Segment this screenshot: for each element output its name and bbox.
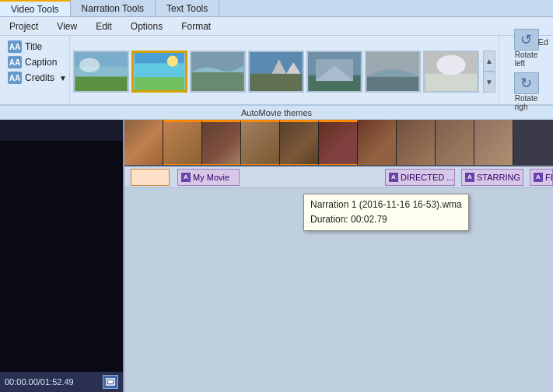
menu-view-label: View — [57, 21, 77, 32]
credits-dropdown-icon: ▼ — [59, 74, 67, 82]
my-movie-clip-label: My Movie — [193, 173, 229, 182]
film-frame-4 — [241, 120, 280, 166]
caption-label: Caption — [25, 57, 57, 68]
ribbon: AA Title AA Caption AA Credits ▼ — [0, 36, 553, 106]
svg-rect-21 — [108, 380, 113, 383]
automovie-bar: AutoMovie themes — [0, 106, 553, 120]
tab-narration-tools[interactable]: Narration Tools — [71, 0, 156, 16]
title-icon: AA — [8, 40, 22, 53]
rotate-right-label: Rotaterigh — [515, 94, 537, 111]
film-frame-10 — [474, 120, 513, 166]
scroll-down-icon: ▼ — [485, 78, 493, 86]
theme-thumbnail-7[interactable] — [423, 51, 479, 93]
timeline-area: A My Movie A DIRECTED ... A STARRING A F… — [124, 120, 553, 392]
title-button[interactable]: AA Title — [5, 39, 65, 54]
starring-clip-icon: A — [465, 173, 474, 182]
menu-project[interactable]: Project — [0, 19, 47, 34]
rotate-left-label: Rotateleft — [515, 51, 537, 68]
preview-video — [0, 141, 123, 373]
filmstrip-row — [124, 120, 553, 166]
scroll-up-button[interactable]: ▲ — [483, 51, 495, 72]
menu-view[interactable]: View — [47, 19, 86, 34]
film-frame-1 — [124, 120, 163, 166]
my-movie-clip[interactable]: A My Movie — [177, 169, 240, 186]
tab-text-tools-label: Text Tools — [166, 3, 208, 14]
svg-rect-18 — [425, 74, 478, 91]
film-frame-3 — [202, 120, 241, 166]
tab-text-tools[interactable]: Text Tools — [156, 0, 219, 16]
film-frame-5 — [280, 120, 319, 166]
tooltip-duration-label: Duration: — [310, 214, 348, 225]
svg-point-19 — [436, 55, 465, 75]
tab-video-tools-label: Video Tools — [11, 4, 59, 15]
time-display: 00:00.00/01:52.49 — [5, 377, 74, 387]
svg-rect-5 — [135, 75, 184, 90]
menu-edit[interactable]: Edit — [86, 19, 121, 34]
starring-clip-label: STARRING — [477, 173, 520, 182]
narration-tooltip: Narration 1 (2016-11-16 16-53).wma Durat… — [303, 194, 469, 231]
svg-rect-11 — [250, 74, 303, 91]
thumbnails-area: ▲ ▼ — [70, 36, 499, 104]
credits-icon: AA — [8, 72, 22, 84]
directed-clip[interactable]: A DIRECTED ... — [385, 169, 455, 186]
main-area: 00:00.00/01:52.49 — [0, 120, 553, 392]
theme-thumbnail-3[interactable] — [190, 51, 246, 93]
thumbnails-row: ▲ ▼ — [73, 39, 495, 104]
theme-thumbnail-4[interactable] — [248, 51, 304, 93]
menu-format[interactable]: Format — [172, 19, 220, 34]
theme-thumbnail-6[interactable] — [365, 51, 421, 93]
menu-edit-label: Edit — [96, 21, 112, 32]
theme-thumbnail-2[interactable] — [131, 51, 187, 93]
menu-options-label: Options — [131, 21, 163, 32]
svg-rect-6 — [135, 63, 184, 77]
scroll-up-icon: ▲ — [485, 57, 493, 65]
rotate-right-icon: ↻ — [514, 72, 539, 94]
tooltip-filename: Narration 1 (2016-11-16 16-53).wma — [310, 198, 462, 212]
svg-rect-16 — [367, 76, 419, 91]
title-label: Title — [25, 41, 42, 52]
theme-thumbnail-5[interactable] — [306, 51, 362, 93]
film-frame-9 — [436, 120, 474, 166]
svg-point-3 — [79, 58, 100, 72]
menu-options[interactable]: Options — [121, 19, 172, 34]
film-frame-7 — [358, 120, 397, 166]
ribbon-left-buttons: AA Title AA Caption AA Credits ▼ — [0, 36, 70, 104]
directed-clip-label: DIRECTED ... — [401, 173, 453, 182]
rotate-left-button[interactable]: ↺ Rotateleft — [513, 27, 541, 69]
scroll-down-button[interactable]: ▼ — [483, 72, 495, 93]
tab-narration-tools-label: Narration Tools — [82, 3, 144, 14]
automovie-label: AutoMovie themes — [241, 108, 312, 117]
my-movie-clip-icon: A — [181, 173, 191, 182]
rotate-right-button[interactable]: ↻ Rotaterigh — [513, 71, 541, 113]
caption-icon: AA — [8, 56, 22, 68]
menu-bar: Project View Edit Options Format — [0, 17, 553, 36]
caption-button[interactable]: AA Caption — [5, 54, 65, 70]
preview-controls: 00:00.00/01:52.49 — [0, 372, 123, 392]
fi-clip-label: FI — [545, 173, 553, 182]
starring-clip[interactable]: A STARRING — [461, 169, 523, 186]
rotate-left-icon: ↺ — [514, 29, 539, 51]
credits-button[interactable]: AA Credits ▼ — [5, 70, 65, 86]
svg-point-7 — [167, 56, 178, 67]
film-frame-8 — [397, 120, 436, 166]
tab-video-tools[interactable]: Video Tools — [0, 0, 71, 16]
edit-section-label: Ed — [538, 37, 548, 47]
film-frame-2 — [163, 120, 202, 166]
theme-thumbnail-1[interactable] — [73, 51, 129, 93]
preview-panel: 00:00.00/01:52.49 — [0, 120, 124, 392]
edit-label-text: Ed — [538, 37, 548, 47]
fi-clip-icon: A — [534, 173, 543, 182]
tooltip-duration-value: 00:02.79 — [351, 214, 387, 225]
credits-label: Credits — [25, 72, 54, 83]
svg-rect-9 — [192, 72, 244, 91]
menu-project-label: Project — [9, 21, 38, 32]
menu-format-label: Format — [181, 21, 211, 32]
caption-track-row: A My Movie A DIRECTED ... A STARRING A F… — [124, 166, 553, 188]
fullscreen-button[interactable] — [103, 375, 118, 389]
film-frame-6 — [319, 120, 358, 166]
fi-clip[interactable]: A FI — [530, 169, 553, 186]
tab-bar: Video Tools Narration Tools Text Tools — [0, 0, 553, 17]
tooltip-duration-row: Duration: 00:02.79 — [310, 212, 462, 227]
narration-highlight-clip[interactable] — [131, 169, 170, 186]
directed-clip-icon: A — [389, 173, 398, 182]
